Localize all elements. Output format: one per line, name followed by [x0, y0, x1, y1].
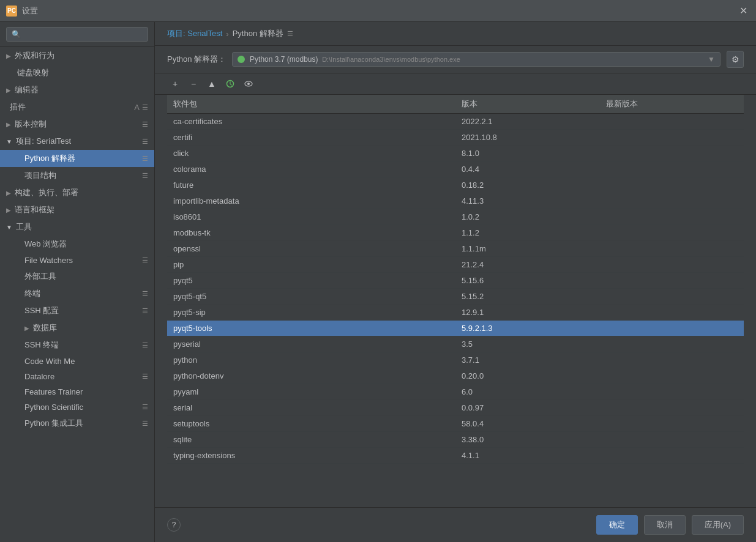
vcs-icon: ☰: [142, 121, 148, 128]
ok-button[interactable]: 确定: [596, 515, 638, 535]
table-row[interactable]: pyqt5-tools5.9.2.1.3: [167, 321, 744, 336]
table-row[interactable]: click8.1.0: [167, 146, 744, 161]
up-button[interactable]: ▲: [204, 77, 220, 91]
table-row[interactable]: future0.18.2: [167, 177, 744, 193]
gear-button[interactable]: ⚙: [727, 51, 744, 68]
package-latest-cell: [600, 305, 744, 321]
sidebar-item-database[interactable]: ▶ 数据库: [0, 319, 154, 336]
packages-table-container: 软件包 版本 最新版本 ca-certificates2022.2.1certi…: [155, 95, 756, 507]
interpreter-select[interactable]: Python 3.7 (modbus) D:\Install\anaconda3…: [232, 52, 720, 67]
package-latest-cell: [600, 289, 744, 305]
table-row[interactable]: ca-certificates2022.2.1: [167, 114, 744, 130]
col-header-version: 版本: [455, 95, 600, 114]
table-row[interactable]: openssl1.1.1m: [167, 241, 744, 257]
structure-icon: ☰: [142, 172, 148, 180]
package-latest-cell: [600, 384, 744, 400]
package-name-cell: openssl: [167, 241, 455, 257]
package-latest-cell: [600, 448, 744, 464]
package-version-cell: 0.0.97: [455, 400, 600, 416]
table-row[interactable]: serial0.0.97: [167, 400, 744, 416]
breadcrumb: 项目: SerialTest › Python 解释器 ☰: [155, 22, 756, 46]
breadcrumb-page: Python 解释器: [233, 28, 283, 39]
plugin-icon: ☰: [142, 103, 148, 111]
table-row[interactable]: setuptools58.0.4: [167, 416, 744, 432]
search-input[interactable]: [6, 27, 148, 42]
sidebar-item-languages[interactable]: ▶ 语言和框架: [0, 201, 154, 218]
remove-package-button[interactable]: −: [185, 77, 201, 91]
sidebar-item-python-interpreter[interactable]: Python 解释器 ☰: [0, 150, 154, 167]
sidebar-item-plugins[interactable]: 插件 A ☰: [0, 98, 154, 116]
add-package-button[interactable]: +: [167, 77, 183, 91]
sidebar-item-tools[interactable]: ▼ 工具: [0, 218, 154, 236]
table-row[interactable]: pyqt5-qt55.15.2: [167, 289, 744, 305]
table-row[interactable]: colorama0.4.4: [167, 161, 744, 177]
sidebar-item-keymap[interactable]: 键盘映射: [0, 64, 154, 81]
sidebar-item-datalore[interactable]: Datalore ☰: [0, 369, 154, 384]
sidebar-item-label: 构建、执行、部署: [15, 187, 78, 198]
sidebar-item-label: 版本控制: [15, 119, 47, 130]
cancel-button[interactable]: 取消: [644, 515, 686, 535]
reload-button[interactable]: [222, 77, 238, 91]
package-latest-cell: [600, 114, 744, 130]
breadcrumb-menu-icon[interactable]: ☰: [287, 30, 293, 38]
package-version-cell: 1.1.1m: [455, 241, 600, 257]
sidebar-item-features-trainer[interactable]: Features Trainer: [0, 384, 154, 399]
chevron-right-icon: ▶: [6, 207, 11, 213]
help-button[interactable]: ?: [167, 518, 181, 532]
sidebar-item-ssh-terminal[interactable]: SSH 终端 ☰: [0, 336, 154, 354]
interpreter-label: Python 解释器：: [167, 54, 226, 65]
table-row[interactable]: pyqt5-sip12.9.1: [167, 305, 744, 321]
table-row[interactable]: importlib-metadata4.11.3: [167, 193, 744, 209]
sidebar-item-python-scientific[interactable]: Python Scientific ☰: [0, 399, 154, 415]
breadcrumb-project[interactable]: 项目: SerialTest: [167, 28, 222, 39]
sidebar-item-python-integrated[interactable]: Python 集成工具 ☰: [0, 415, 154, 432]
table-row[interactable]: certifi2021.10.8: [167, 130, 744, 146]
package-latest-cell: [600, 161, 744, 177]
close-button[interactable]: ✕: [737, 5, 750, 17]
sidebar-item-project-structure[interactable]: 项目结构 ☰: [0, 167, 154, 184]
table-row[interactable]: iso86011.0.2: [167, 209, 744, 225]
package-name-cell: serial: [167, 400, 455, 416]
sidebar-item-editor[interactable]: ▶ 编辑器: [0, 81, 154, 98]
table-row[interactable]: sqlite3.38.0: [167, 432, 744, 448]
package-name-cell: colorama: [167, 161, 455, 177]
chevron-right-icon: ▶: [6, 87, 11, 94]
table-row[interactable]: typing-extensions4.1.1: [167, 448, 744, 464]
sidebar-item-project[interactable]: ▼ 项目: SerialTest ☰: [0, 133, 154, 150]
table-row[interactable]: pyqt55.15.6: [167, 273, 744, 289]
table-row[interactable]: python3.7.1: [167, 352, 744, 368]
package-name-cell: pyqt5-sip: [167, 305, 455, 321]
right-panel: 项目: SerialTest › Python 解释器 ☰ Python 解释器…: [155, 22, 756, 542]
package-version-cell: 2022.2.1: [455, 114, 600, 130]
sidebar-item-ssh-config[interactable]: SSH 配置 ☰: [0, 302, 154, 319]
package-version-cell: 4.11.3: [455, 193, 600, 209]
table-row[interactable]: python-dotenv0.20.0: [167, 368, 744, 384]
package-version-cell: 5.15.2: [455, 289, 600, 305]
package-version-cell: 6.0: [455, 384, 600, 400]
package-name-cell: future: [167, 177, 455, 193]
package-name-cell: pip: [167, 257, 455, 273]
table-row[interactable]: modbus-tk1.1.2: [167, 225, 744, 241]
sidebar-item-file-watchers[interactable]: File Watchers ☰: [0, 253, 154, 268]
apply-button[interactable]: 应用(A): [692, 515, 744, 535]
table-row[interactable]: pyyaml6.0: [167, 384, 744, 400]
sidebar-item-terminal[interactable]: 终端 ☰: [0, 285, 154, 302]
table-row[interactable]: pyserial3.5: [167, 336, 744, 352]
eye-button[interactable]: [241, 77, 256, 91]
package-latest-cell: [600, 225, 744, 241]
package-latest-cell: [600, 432, 744, 448]
search-box: [0, 22, 154, 47]
package-latest-cell: [600, 146, 744, 161]
sidebar-item-web-browser[interactable]: Web 浏览器: [0, 236, 154, 253]
sidebar-item-code-with-me[interactable]: Code With Me: [0, 354, 154, 369]
chevron-down-icon: ▼: [708, 55, 715, 64]
table-row[interactable]: pip21.2.4: [167, 257, 744, 273]
sidebar-item-external-tools[interactable]: 外部工具: [0, 268, 154, 285]
package-latest-cell: [600, 273, 744, 289]
package-latest-cell: [600, 130, 744, 146]
title-bar-title: 设置: [22, 6, 38, 17]
sidebar-item-appearance[interactable]: ▶ 外观和行为: [0, 47, 154, 64]
sidebar-item-vcs[interactable]: ▶ 版本控制 ☰: [0, 116, 154, 133]
chevron-right-icon: ▶: [24, 325, 29, 332]
sidebar-item-build[interactable]: ▶ 构建、执行、部署: [0, 184, 154, 201]
